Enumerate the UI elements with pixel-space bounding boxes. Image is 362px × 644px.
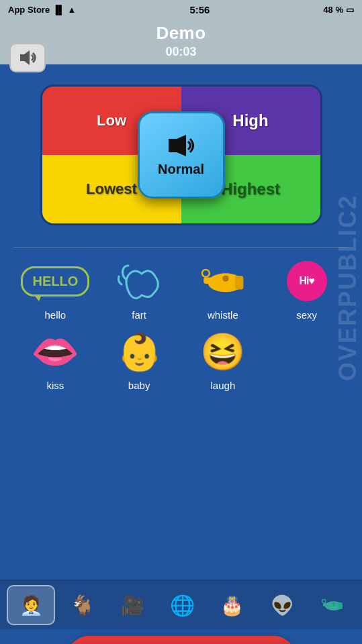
sound-section: HELLO hello fart — [0, 236, 362, 580]
svg-rect-11 — [338, 602, 342, 609]
hello-icon: HELLO — [28, 257, 82, 305]
volume-button[interactable] — [9, 43, 46, 72]
page-title: Demo — [0, 23, 362, 44]
kiss-icon: 👄 — [28, 327, 82, 376]
sound-grid: HELLO hello fart — [13, 257, 349, 391]
header: Demo 00:03 — [0, 19, 362, 64]
svg-rect-9 — [323, 603, 328, 606]
end-call-button[interactable]: End Call — [67, 636, 296, 644]
nav-item-globe[interactable]: 🌐 — [159, 585, 205, 625]
baby-icon: 👶 — [112, 327, 166, 376]
svg-rect-4 — [203, 278, 215, 284]
time-display: 5:56 — [189, 4, 210, 15]
svg-point-7 — [202, 270, 210, 277]
carrier-label: App Store — [8, 5, 50, 15]
laugh-icon: 😆 — [196, 327, 250, 376]
nav-item-person[interactable]: 🧑‍💼 — [7, 585, 55, 625]
svg-point-5 — [222, 275, 228, 281]
svg-marker-2 — [177, 135, 186, 156]
svg-point-10 — [332, 602, 335, 606]
sexy-icon: Hi♥ — [280, 257, 334, 305]
svg-marker-0 — [20, 50, 30, 65]
sound-item-laugh[interactable]: 😆 laugh — [181, 327, 265, 391]
nav-item-camera[interactable]: 🎥 — [109, 585, 155, 625]
status-right: 48 % ▭ — [323, 5, 354, 15]
end-call-section: End Call — [0, 629, 362, 644]
fart-icon — [112, 257, 166, 305]
nav-item-cake[interactable]: 🎂 — [210, 585, 255, 625]
main-content: Low High Lowest Highest — [0, 64, 362, 629]
sound-item-empty — [265, 327, 349, 391]
call-timer: 00:03 — [0, 45, 362, 59]
volume-selector-wrapper: Low High Lowest Highest — [0, 74, 362, 236]
volume-selector[interactable]: Low High Lowest Highest — [40, 85, 322, 225]
svg-rect-6 — [235, 276, 243, 289]
sound-item-baby[interactable]: 👶 baby — [97, 327, 181, 391]
wifi-icon: ▲ — [68, 5, 77, 15]
nav-item-whistle-nav[interactable] — [310, 585, 355, 625]
battery-icon: ▭ — [346, 5, 354, 15]
status-left: App Store ▐▌ ▲ — [8, 5, 76, 15]
svg-point-12 — [322, 600, 326, 603]
whistle-nav-icon — [321, 596, 344, 614]
signal-icon: ▐▌ — [52, 5, 64, 15]
sound-item-fart[interactable]: fart — [97, 257, 181, 321]
sound-item-whistle[interactable]: whistle — [181, 257, 265, 321]
nav-item-alien[interactable]: 👽 — [259, 585, 305, 625]
nav-item-goat[interactable]: 🐐 — [59, 585, 105, 625]
sound-item-hello[interactable]: HELLO hello — [13, 257, 97, 321]
svg-marker-1 — [169, 139, 177, 152]
sound-item-kiss[interactable]: 👄 kiss — [13, 327, 97, 391]
volume-icon — [17, 49, 38, 66]
battery-label: 48 % — [323, 5, 343, 15]
bottom-nav: 🧑‍💼 🐐 🎥 🌐 🎂 👽 — [0, 580, 362, 629]
whistle-icon — [196, 257, 250, 305]
status-bar: App Store ▐▌ ▲ 5:56 48 % ▭ — [0, 0, 362, 19]
volume-normal-button[interactable]: Normal — [138, 111, 225, 199]
sound-item-sexy[interactable]: Hi♥ sexy — [265, 257, 349, 321]
volume-normal-icon — [165, 133, 198, 158]
